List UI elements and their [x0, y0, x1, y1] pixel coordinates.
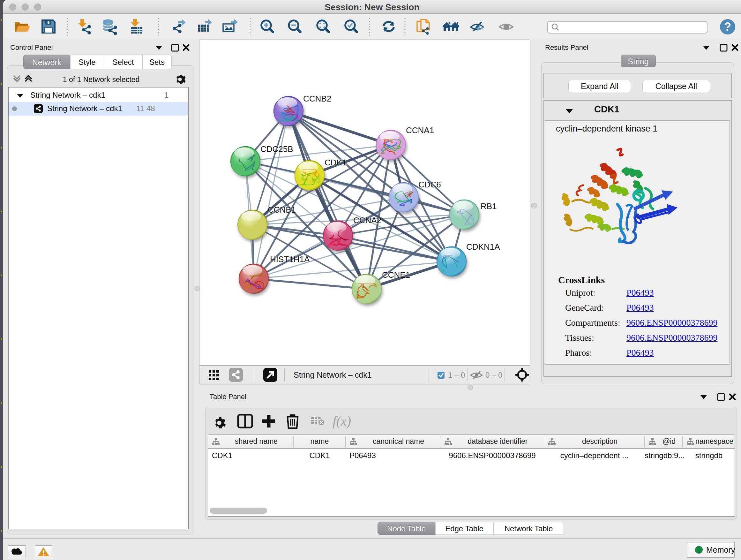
svg-text:CCNE1: CCNE1 — [382, 270, 410, 280]
svg-text:String Network – cdk1: String Network – cdk1 — [293, 370, 372, 379]
svg-text:CDK1: CDK1 — [325, 158, 347, 167]
svg-text:CCNB2: CCNB2 — [303, 94, 331, 104]
svg-text:CDC6: CDC6 — [418, 180, 441, 189]
svg-text:?: ? — [724, 20, 731, 33]
svg-text:CCNA2: CCNA2 — [353, 215, 381, 225]
svg-text:CCNA1: CCNA1 — [406, 125, 434, 135]
svg-text:0 – 0: 0 – 0 — [485, 371, 502, 379]
svg-text:CDC25B: CDC25B — [260, 144, 293, 154]
svg-text:CDKN1A: CDKN1A — [466, 242, 500, 252]
svg-text:RB1: RB1 — [481, 201, 497, 211]
svg-text:HIST1H1A: HIST1H1A — [270, 254, 310, 264]
svg-text:1 – 0: 1 – 0 — [448, 371, 465, 379]
svg-text:f(x): f(x) — [333, 414, 351, 429]
svg-text:CCNB1: CCNB1 — [268, 205, 296, 214]
